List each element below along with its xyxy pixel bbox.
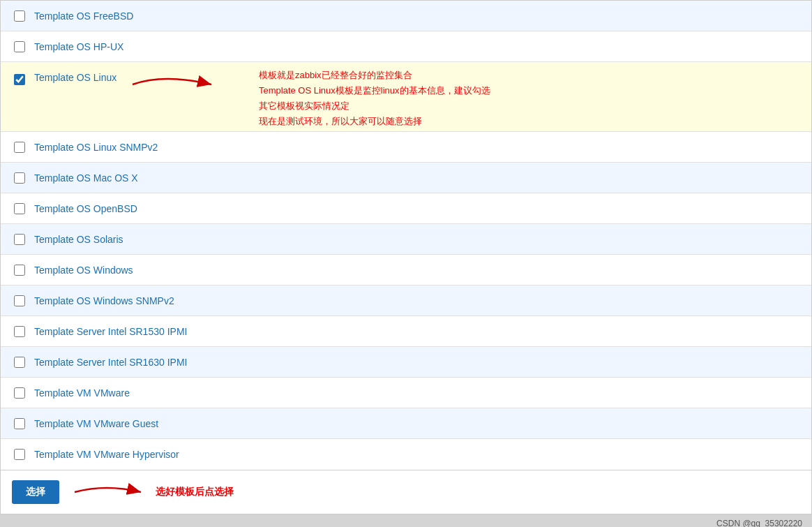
template-label-macosx[interactable]: Template OS Mac OS X	[34, 172, 138, 184]
list-item: Template VM VMware Hypervisor	[1, 439, 811, 470]
template-checkbox-linux[interactable]	[14, 74, 25, 85]
select-arrow-annotation: 选好模板后点选择	[68, 481, 234, 503]
checkbox-wrap	[12, 8, 27, 24]
template-label-windows-snmpv2[interactable]: Template OS Windows SNMPv2	[34, 295, 174, 306]
template-label-openbsd[interactable]: Template OS OpenBSD	[34, 203, 137, 214]
annot-line2: Template OS Linux模板是监控linux的基本信息，建议勾选	[259, 85, 490, 96]
checkbox-wrap	[12, 355, 27, 370]
template-checkbox-windows-snmpv2[interactable]	[14, 295, 25, 306]
checkbox-wrap	[12, 39, 27, 54]
checkbox-wrap	[12, 232, 27, 247]
checkbox-wrap	[12, 140, 27, 155]
bottom-bar: 选择 选好模板后点选择	[1, 470, 811, 514]
annot-line4: 现在是测试环境，所以大家可以随意选择	[259, 116, 422, 126]
list-item: Template VM VMware Guest	[1, 408, 811, 439]
footer: CSDN @qq_35302220	[0, 514, 812, 527]
template-label-freebsd[interactable]: Template OS FreeBSD	[34, 10, 133, 22]
select-hint-text: 选好模板后点选择	[156, 486, 234, 498]
checkbox-wrap	[12, 385, 27, 401]
template-label-linux[interactable]: Template OS Linux	[34, 72, 116, 83]
footer-text: CSDN @qq_35302220	[716, 519, 802, 527]
template-checkbox-hpux[interactable]	[14, 41, 25, 52]
checkbox-wrap	[12, 170, 27, 186]
checkbox-wrap	[12, 416, 27, 431]
template-checkbox-solaris[interactable]	[14, 234, 25, 245]
linux-arrow-icon	[129, 72, 220, 97]
template-checkbox-vmware-guest[interactable]	[14, 418, 25, 429]
template-list: Template OS FreeBSDTemplate OS HP-UXTemp…	[1, 1, 811, 470]
template-checkbox-vmware-hypervisor[interactable]	[14, 449, 25, 460]
template-checkbox-intel-sr1530[interactable]	[14, 326, 25, 337]
template-checkbox-freebsd[interactable]	[14, 10, 25, 22]
checkbox-wrap	[12, 201, 27, 216]
template-checkbox-windows[interactable]	[14, 265, 25, 276]
list-item: Template OS HP-UX	[1, 31, 811, 62]
checkbox-wrap	[12, 447, 27, 462]
template-label-solaris[interactable]: Template OS Solaris	[34, 234, 123, 245]
checkbox-wrap	[12, 293, 27, 309]
list-item: Template OS Mac OS X	[1, 163, 811, 193]
list-item: Template VM VMware	[1, 378, 811, 408]
list-item: Template OS FreeBSD	[1, 1, 811, 31]
list-item: Template OS Linux 模板就是zabbix已经整合好的监控集合 T…	[1, 62, 811, 132]
linux-annotation: 模板就是zabbix已经整合好的监控集合 Template OS Linux模板…	[259, 68, 490, 129]
list-item: Template OS Linux SNMPv2	[1, 132, 811, 163]
template-label-windows[interactable]: Template OS Windows	[34, 265, 133, 276]
list-item: Template OS OpenBSD	[1, 193, 811, 224]
annot-line1: 模板就是zabbix已经整合好的监控集合	[259, 70, 412, 80]
template-label-intel-sr1530[interactable]: Template Server Intel SR1530 IPMI	[34, 326, 187, 337]
template-label-linux-snmpv2[interactable]: Template OS Linux SNMPv2	[34, 142, 158, 153]
template-label-intel-sr1630[interactable]: Template Server Intel SR1630 IPMI	[34, 357, 187, 368]
checkbox-wrap	[12, 324, 27, 339]
template-checkbox-macosx[interactable]	[14, 172, 25, 184]
checkbox-wrap	[12, 72, 27, 87]
template-checkbox-linux-snmpv2[interactable]	[14, 142, 25, 153]
template-label-vmware-hypervisor[interactable]: Template VM VMware Hypervisor	[34, 449, 179, 460]
template-label-hpux[interactable]: Template OS HP-UX	[34, 41, 123, 52]
template-checkbox-openbsd[interactable]	[14, 203, 25, 214]
template-label-vmware-guest[interactable]: Template VM VMware Guest	[34, 418, 158, 429]
list-item: Template Server Intel SR1630 IPMI	[1, 347, 811, 378]
annot-line3: 其它模板视实际情况定	[259, 101, 349, 111]
list-item: Template Server Intel SR1530 IPMI	[1, 316, 811, 347]
list-item: Template OS Windows SNMPv2	[1, 285, 811, 316]
template-checkbox-intel-sr1630[interactable]	[14, 357, 25, 368]
template-label-vmware[interactable]: Template VM VMware	[34, 387, 130, 399]
list-item: Template OS Windows	[1, 255, 811, 285]
template-checkbox-vmware[interactable]	[14, 387, 25, 399]
list-item: Template OS Solaris	[1, 224, 811, 255]
checkbox-wrap	[12, 262, 27, 278]
select-button[interactable]: 选择	[12, 480, 59, 504]
template-list-container: Template OS FreeBSDTemplate OS HP-UXTemp…	[0, 0, 812, 514]
